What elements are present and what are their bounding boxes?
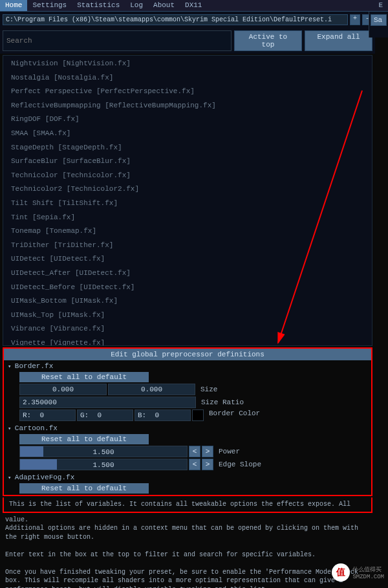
- color-b-input[interactable]: [135, 409, 191, 421]
- param-label: Border Color: [209, 409, 260, 421]
- variables-panel: Edit global preprocessor definitions Bor…: [3, 347, 372, 496]
- size-y-input[interactable]: [108, 384, 195, 395]
- increment-button[interactable]: >: [202, 459, 213, 470]
- param-label: Size: [200, 386, 217, 393]
- decrement-button[interactable]: <: [189, 446, 200, 457]
- decrement-button[interactable]: <: [189, 459, 200, 470]
- right-panel: Sa: [369, 12, 388, 38]
- expand-all-button[interactable]: Expand all: [305, 30, 372, 51]
- effect-item[interactable]: UIDetect_Before [UIDetect.fx]: [7, 281, 368, 295]
- search-row: Active to top Expand all: [0, 28, 375, 54]
- add-preset-button[interactable]: +: [350, 14, 360, 25]
- tab-statistics[interactable]: Statistics: [72, 0, 125, 11]
- edge-slope-slider[interactable]: 1.500: [19, 459, 188, 470]
- reset-button[interactable]: Reset all to default: [19, 372, 149, 382]
- fx-title[interactable]: Cartoon.fx: [6, 423, 369, 433]
- color-g-input[interactable]: [77, 409, 133, 421]
- effect-item[interactable]: UIMask_Top [UIMask.fx]: [7, 309, 368, 323]
- path-bar: + -: [0, 12, 375, 28]
- fx-group-adaptivefog: AdaptiveFog.fx Reset all to default: [4, 472, 371, 495]
- increment-button[interactable]: >: [202, 446, 213, 457]
- param-label: Size Ratio: [201, 398, 244, 406]
- watermark-icon: 值: [332, 563, 350, 582]
- info-text-highlighted: This is the list of variables. It contai…: [3, 497, 372, 513]
- watermark: 值 什么值得买 SMZDM.COM: [332, 563, 384, 582]
- effect-item[interactable]: Technicolor2 [Technicolor2.fx]: [7, 182, 368, 197]
- effect-item[interactable]: StageDepth [StageDepth.fx]: [7, 141, 368, 155]
- active-to-top-button[interactable]: Active to top: [234, 30, 302, 51]
- fx-group-border: Border.fx Reset all to default Size Size…: [4, 360, 371, 422]
- effect-item[interactable]: UIDetect [UIDetect.fx]: [7, 252, 368, 267]
- preset-path-input[interactable]: [3, 14, 348, 25]
- fx-title[interactable]: AdaptiveFog.fx: [6, 472, 369, 483]
- effect-item[interactable]: SMAA [SMAA.fx]: [7, 127, 368, 141]
- tab-right[interactable]: E: [373, 0, 388, 11]
- effect-item[interactable]: TriDither [TriDither.fx]: [7, 239, 368, 253]
- tab-settings[interactable]: Settings: [27, 0, 72, 11]
- effect-item[interactable]: Tint [Sepia.fx]: [7, 211, 368, 225]
- tab-home[interactable]: Home: [0, 0, 27, 11]
- effect-item[interactable]: Nightvision [NightVision.fx]: [7, 57, 368, 71]
- save-button[interactable]: Sa: [371, 14, 387, 26]
- effect-item[interactable]: Perfect Perspective [PerfectPerspective.…: [7, 85, 368, 99]
- color-swatch[interactable]: [192, 409, 204, 421]
- effect-item[interactable]: ReflectiveBumpmapping [ReflectiveBumpMap…: [7, 99, 368, 113]
- size-x-input[interactable]: [19, 384, 107, 395]
- tab-about[interactable]: About: [148, 0, 180, 11]
- fx-group-cartoon: Cartoon.fx Reset all to default 1.500 < …: [4, 422, 371, 472]
- tab-log[interactable]: Log: [125, 0, 148, 11]
- effect-item[interactable]: Nostalgia [Nostalgia.fx]: [7, 71, 368, 85]
- preprocessor-header[interactable]: Edit global preprocessor definitions: [4, 349, 371, 360]
- tab-bar: Home Settings Statistics Log About DX11 …: [0, 0, 388, 12]
- effect-item[interactable]: Technicolor [Technicolor.fx]: [7, 169, 368, 183]
- size-ratio-input[interactable]: [19, 397, 196, 408]
- effects-list[interactable]: Nightvision [NightVision.fx] Nostalgia […: [3, 55, 372, 346]
- power-slider[interactable]: 1.500: [19, 446, 188, 457]
- effect-item[interactable]: RingDOF [DOF.fx]: [7, 113, 368, 127]
- reset-button[interactable]: Reset all to default: [19, 434, 149, 444]
- effect-item[interactable]: UIMask_Bottom [UIMask.fx]: [7, 294, 368, 309]
- param-label: Power: [219, 448, 240, 455]
- param-label: Edge Slope: [219, 461, 261, 468]
- fx-title[interactable]: Border.fx: [6, 361, 369, 371]
- effect-item[interactable]: Vibrance [Vibrance.fx]: [7, 322, 368, 336]
- info-text: value. Additional options are hidden in …: [0, 513, 375, 589]
- tab-dx11[interactable]: DX11: [180, 0, 207, 11]
- reset-button[interactable]: Reset all to default: [19, 483, 149, 494]
- search-input[interactable]: [3, 30, 232, 51]
- effect-item[interactable]: UIDetect_After [UIDetect.fx]: [7, 267, 368, 281]
- effect-item[interactable]: Vignette [Vignette.fx]: [7, 336, 368, 346]
- effect-item[interactable]: Tilt Shift [TiltShift.fx]: [7, 197, 368, 211]
- color-r-input[interactable]: [19, 409, 76, 421]
- effect-item[interactable]: Tonemap [Tonemap.fx]: [7, 224, 368, 239]
- effect-item[interactable]: SurfaceBlur [SurfaceBlur.fx]: [7, 155, 368, 169]
